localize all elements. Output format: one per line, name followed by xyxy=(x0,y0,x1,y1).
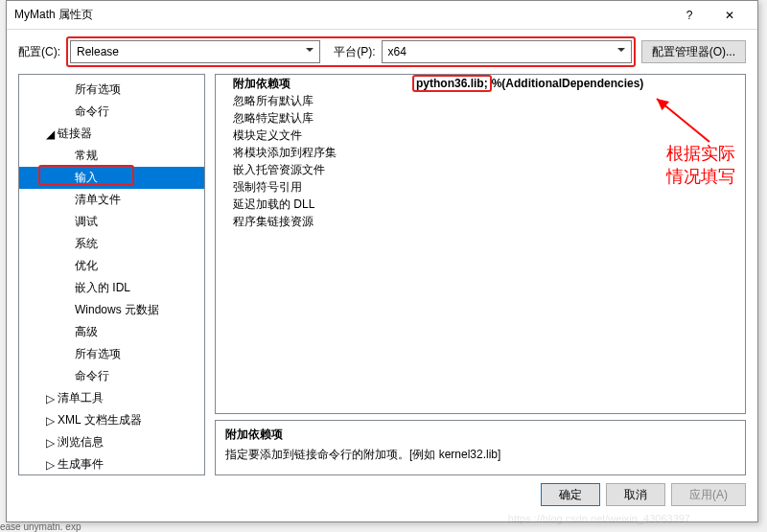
cancel-button[interactable]: 取消 xyxy=(606,483,665,506)
tree-item-2[interactable]: ◢链接器 xyxy=(19,123,204,145)
tree-expand-icon[interactable]: ▷ xyxy=(44,392,56,405)
tree-item-label: 高级 xyxy=(75,324,98,340)
tree-expand-icon[interactable]: ▷ xyxy=(44,458,56,472)
config-select[interactable]: Release xyxy=(70,40,320,63)
grid-row-5[interactable]: 嵌入托管资源文件 xyxy=(216,161,745,178)
config-row: 配置(C): Release 平台(P): x64 配置管理器(O)... xyxy=(7,30,757,74)
right-panel: 附加依赖项python36.lib;%(AdditionalDependenci… xyxy=(215,74,746,475)
watermark: https ://blog.csdn.net/weixin_43063397 xyxy=(508,513,690,524)
value-highlight: python36.lib; xyxy=(412,75,492,92)
dialog-buttons: 确定 取消 应用(A) xyxy=(7,475,757,514)
description-panel: 附加依赖项 指定要添加到链接命令行的附加项。[例如 kernel32.lib] xyxy=(215,420,746,475)
tree-item-label: 常规 xyxy=(75,148,98,164)
property-name: 忽略所有默认库 xyxy=(216,93,412,109)
property-name: 强制符号引用 xyxy=(216,179,412,196)
config-highlight: Release 平台(P): x64 xyxy=(66,36,636,67)
grid-row-8[interactable]: 程序集链接资源 xyxy=(216,213,745,230)
apply-button[interactable]: 应用(A) xyxy=(671,483,746,506)
tree-item-14[interactable]: ▷清单工具 xyxy=(19,387,204,409)
help-button[interactable]: ? xyxy=(669,2,709,29)
tree-item-1[interactable]: 命令行 xyxy=(19,101,204,123)
tree-item-label: Windows 元数据 xyxy=(75,302,159,318)
grid-row-6[interactable]: 强制符号引用 xyxy=(216,178,745,196)
config-value: Release xyxy=(77,45,119,58)
platform-label: 平台(P): xyxy=(334,44,375,60)
property-name: 将模块添加到程序集 xyxy=(216,145,412,161)
property-name: 延迟加载的 DLL xyxy=(216,197,412,213)
tree-item-12[interactable]: 所有选项 xyxy=(19,343,204,365)
tree-item-label: 嵌入的 IDL xyxy=(75,280,130,296)
tree-item-label: 命令行 xyxy=(75,368,109,384)
tree-item-label: XML 文档生成器 xyxy=(58,412,142,428)
property-grid[interactable]: 附加依赖项python36.lib;%(AdditionalDependenci… xyxy=(215,74,746,414)
tree-item-3[interactable]: 常规 xyxy=(19,145,204,167)
property-value[interactable]: python36.lib;%(AdditionalDependencies) xyxy=(412,75,745,92)
description-text: 指定要添加到链接命令行的附加项。[例如 kernel32.lib] xyxy=(225,447,735,463)
tree-item-label: 清单文件 xyxy=(75,192,121,208)
tree-item-label: 所有选项 xyxy=(75,346,121,362)
grid-row-3[interactable]: 模块定义文件 xyxy=(216,127,745,144)
tree-highlight xyxy=(38,165,134,186)
grid-row-1[interactable]: 忽略所有默认库 xyxy=(216,92,745,109)
tree-item-label: 浏览信息 xyxy=(58,434,104,451)
main-area: 所有选项命令行◢链接器常规输入清单文件调试系统优化嵌入的 IDLWindows … xyxy=(7,74,757,475)
grid-row-0[interactable]: 附加依赖项python36.lib;%(AdditionalDependenci… xyxy=(216,75,745,92)
tree-item-10[interactable]: Windows 元数据 xyxy=(19,299,204,321)
close-button[interactable]: ✕ xyxy=(709,2,750,29)
config-manager-button[interactable]: 配置管理器(O)... xyxy=(641,40,746,63)
tree-item-0[interactable]: 所有选项 xyxy=(19,79,204,101)
tree-item-6[interactable]: 调试 xyxy=(19,211,204,233)
tree-item-label: 所有选项 xyxy=(75,81,121,98)
property-name: 嵌入托管资源文件 xyxy=(216,162,412,178)
tree-item-label: 命令行 xyxy=(75,104,109,120)
tree-item-17[interactable]: ▷生成事件 xyxy=(19,453,204,475)
tree-expand-icon[interactable]: ▷ xyxy=(44,414,56,428)
platform-value: x64 xyxy=(388,45,407,58)
property-name: 附加依赖项 xyxy=(216,76,412,92)
tree-item-label: 系统 xyxy=(75,236,98,252)
tree-expand-icon[interactable]: ◢ xyxy=(44,127,56,141)
tree-item-7[interactable]: 系统 xyxy=(19,233,204,255)
tree-expand-icon[interactable]: ▷ xyxy=(44,436,56,450)
description-title: 附加依赖项 xyxy=(225,427,735,443)
grid-row-7[interactable]: 延迟加载的 DLL xyxy=(216,196,745,213)
tree-item-5[interactable]: 清单文件 xyxy=(19,189,204,211)
tree-item-15[interactable]: ▷XML 文档生成器 xyxy=(19,409,204,431)
property-page-dialog: MyMath 属性页 ? ✕ 配置(C): Release 平台(P): x64… xyxy=(6,0,758,522)
platform-select[interactable]: x64 xyxy=(382,40,632,63)
grid-row-2[interactable]: 忽略特定默认库 xyxy=(216,109,745,127)
grid-row-4[interactable]: 将模块添加到程序集 xyxy=(216,144,745,161)
tree-item-16[interactable]: ▷浏览信息 xyxy=(19,431,204,453)
property-name: 模块定义文件 xyxy=(216,127,412,144)
tree-item-13[interactable]: 命令行 xyxy=(19,365,204,387)
tree-item-label: 清单工具 xyxy=(58,390,104,406)
property-name: 忽略特定默认库 xyxy=(216,110,412,127)
tree-item-8[interactable]: 优化 xyxy=(19,255,204,277)
tree-item-9[interactable]: 嵌入的 IDL xyxy=(19,277,204,299)
tree-item-label: 优化 xyxy=(75,258,98,274)
tree-item-11[interactable]: 高级 xyxy=(19,321,204,343)
property-name: 程序集链接资源 xyxy=(216,214,412,230)
tree-item-label: 生成事件 xyxy=(58,456,104,473)
ok-button[interactable]: 确定 xyxy=(541,483,600,506)
value-rest: %(AdditionalDependencies) xyxy=(492,77,644,90)
titlebar: MyMath 属性页 ? ✕ xyxy=(7,1,757,30)
tree-item-label: 调试 xyxy=(75,214,98,230)
config-label: 配置(C): xyxy=(18,44,60,60)
footer-text: ease unymatn. exp xyxy=(0,521,81,532)
tree-panel[interactable]: 所有选项命令行◢链接器常规输入清单文件调试系统优化嵌入的 IDLWindows … xyxy=(18,74,205,475)
window-title: MyMath 属性页 xyxy=(14,7,669,23)
tree-item-label: 链接器 xyxy=(58,126,92,142)
